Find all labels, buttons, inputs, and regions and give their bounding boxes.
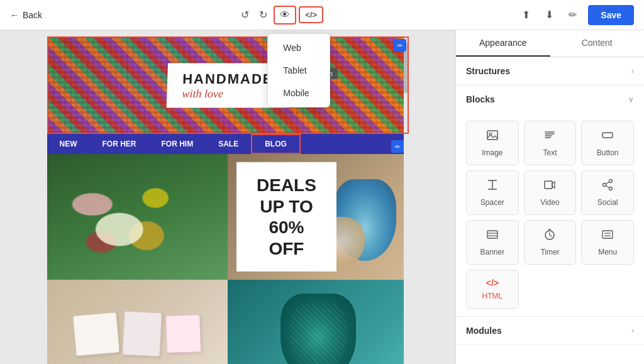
redo-icon: ↻ xyxy=(259,9,267,21)
back-arrow-icon: ← xyxy=(10,10,19,20)
social-block-icon xyxy=(601,179,614,194)
panel-tabs: Appearance Content xyxy=(456,30,644,57)
svg-point-7 xyxy=(603,184,606,187)
block-timer[interactable]: Timer xyxy=(524,220,577,265)
heart-decorations xyxy=(47,280,228,364)
redo-button[interactable]: ↻ xyxy=(255,5,271,25)
product-cell-ceramics[interactable]: DEALS UP TO 60% OFF xyxy=(228,154,409,280)
nav-item-for-him[interactable]: FOR HIM xyxy=(149,134,206,154)
dropdown-item-web[interactable]: Web xyxy=(268,36,330,59)
toolbar-right: ⬆ ⬇ ✏ Save xyxy=(518,5,634,25)
block-text[interactable]: Text xyxy=(524,121,577,165)
blocks-grid: Image Text Button xyxy=(456,113,644,316)
tab-appearance[interactable]: Appearance xyxy=(456,30,550,57)
preview-button[interactable]: 👁 xyxy=(274,6,296,25)
text-block-label: Text xyxy=(543,148,557,157)
modules-section: Modules › xyxy=(456,317,644,345)
preview-dropdown-menu: Web Tablet Mobile xyxy=(267,33,330,108)
back-button[interactable]: ← Back xyxy=(10,10,42,20)
canvas-scrollbar-track[interactable] xyxy=(404,36,409,364)
eye-icon: 👁 xyxy=(280,9,290,21)
svg-line-11 xyxy=(606,185,609,188)
blocks-chevron: ∨ xyxy=(628,95,634,104)
heart-ornament-3 xyxy=(165,314,201,353)
toolbar-left: ← Back xyxy=(10,10,42,20)
spacer-block-icon xyxy=(486,179,499,194)
download-icon: ⬇ xyxy=(545,9,553,21)
block-html[interactable]: </> HTML xyxy=(466,270,519,309)
block-video[interactable]: Video xyxy=(524,170,577,215)
spacer-block-label: Spacer xyxy=(480,198,504,207)
nav-item-for-her[interactable]: FOR HER xyxy=(90,134,149,154)
banner-block-label: Banner xyxy=(480,248,504,256)
download-button[interactable]: ⬇ xyxy=(541,5,557,25)
canvas-wrapper: Em HANDMADE with love xyxy=(47,36,409,364)
edit-pencil-button[interactable]: ✏ xyxy=(565,5,580,25)
code-button[interactable]: </> xyxy=(299,6,323,23)
tab-content[interactable]: Content xyxy=(550,30,645,57)
image-block-label: Image xyxy=(482,148,502,157)
svg-point-8 xyxy=(609,180,613,183)
product-cell-hearts[interactable] xyxy=(47,280,228,364)
undo-icon: ↺ xyxy=(241,9,249,21)
blocks-section: Blocks ∨ Image Text xyxy=(456,85,644,317)
save-button[interactable]: Save xyxy=(588,5,634,25)
block-button[interactable]: Button xyxy=(581,121,634,165)
hero-edit-badge[interactable]: ✏ xyxy=(394,39,406,52)
pencil-icon: ✏ xyxy=(569,9,577,21)
vase-pattern xyxy=(290,303,347,364)
image-block-icon xyxy=(486,129,499,145)
block-menu[interactable]: Menu xyxy=(581,220,634,265)
structures-section: Structures › xyxy=(456,57,644,85)
heart-ornament-2 xyxy=(122,311,162,356)
email-canvas: HANDMADE with love ✏ NEW FOR HER FOR HIM… xyxy=(47,36,409,364)
nav-item-sale[interactable]: SALE xyxy=(206,134,251,154)
button-block-icon xyxy=(601,129,614,145)
nav-item-blog[interactable]: BLOG xyxy=(251,134,301,154)
product-grid-bottom xyxy=(47,280,409,364)
modules-title: Modules xyxy=(466,326,502,336)
hero-title: HANDMADE xyxy=(182,70,274,87)
block-banner[interactable]: Banner xyxy=(466,220,519,265)
nav-item-new[interactable]: NEW xyxy=(47,134,90,154)
timer-block-icon xyxy=(543,228,556,244)
blocks-title: Blocks xyxy=(466,94,495,104)
html-block-label: HTML xyxy=(482,292,502,301)
canvas-area: Em HANDMADE with love xyxy=(0,30,455,364)
text-block-icon xyxy=(543,129,556,145)
open-external-icon: ⬆ xyxy=(522,9,530,21)
right-panel: Appearance Content Structures › Blocks ∨ xyxy=(455,30,644,364)
block-social[interactable]: Social xyxy=(581,170,634,215)
html-block-icon: </> xyxy=(486,278,499,288)
structures-header[interactable]: Structures › xyxy=(456,57,644,85)
undo-button[interactable]: ↺ xyxy=(237,5,253,25)
block-image[interactable]: Image xyxy=(466,121,519,165)
video-block-label: Video xyxy=(540,198,559,207)
deals-overlay: DEALS UP TO 60% OFF xyxy=(236,162,336,272)
deals-text-line2: 60% OFF xyxy=(249,217,323,259)
toolbar-center: ↺ ↻ 👁 Web Tablet Mobile </> xyxy=(237,5,323,25)
blocks-header[interactable]: Blocks ∨ xyxy=(456,85,644,113)
code-icon: </> xyxy=(305,10,317,19)
menu-block-icon xyxy=(601,228,614,244)
open-external-button[interactable]: ⬆ xyxy=(518,5,534,25)
toolbar: ← Back ↺ ↻ 👁 Web Tablet Mobile </> ⬆ xyxy=(0,0,644,30)
nav-edit-badge[interactable]: ✏ xyxy=(391,140,404,153)
product-cell-flowers[interactable] xyxy=(47,154,228,280)
preview-dropdown-container: 👁 Web Tablet Mobile xyxy=(274,6,296,25)
modules-header[interactable]: Modules › xyxy=(456,317,644,345)
product-cell-vase[interactable] xyxy=(228,280,409,364)
modules-chevron: › xyxy=(631,326,634,335)
vase-body xyxy=(280,294,356,364)
flower-bg xyxy=(47,154,228,280)
dropdown-item-mobile[interactable]: Mobile xyxy=(268,82,330,104)
timer-block-label: Timer xyxy=(540,248,559,256)
structures-title: Structures xyxy=(466,66,510,76)
hero-subtitle: with love xyxy=(182,87,273,100)
video-block-icon xyxy=(543,179,556,194)
hero-section[interactable]: HANDMADE with love ✏ xyxy=(47,36,409,134)
dropdown-item-tablet[interactable]: Tablet xyxy=(268,59,330,82)
block-spacer[interactable]: Spacer xyxy=(466,170,519,215)
deals-text-line1: DEALS UP TO xyxy=(249,175,323,217)
svg-rect-6 xyxy=(545,181,552,189)
